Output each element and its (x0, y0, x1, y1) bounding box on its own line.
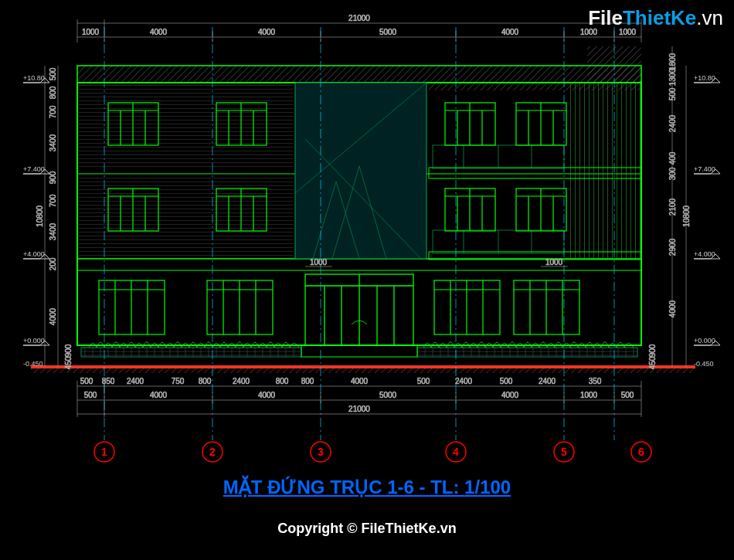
svg-text:4000: 4000 (258, 28, 276, 36)
lvl-0-l: +0.000 (23, 337, 45, 344)
svg-text:4000: 4000 (668, 300, 677, 317)
svg-text:400: 400 (668, 151, 677, 165)
grid-3: 3 (318, 446, 324, 458)
svg-text:2900: 2900 (668, 238, 677, 256)
grid-5: 5 (561, 446, 567, 458)
svg-rect-4 (77, 66, 641, 83)
svg-rect-99 (81, 348, 301, 357)
svg-text:5000: 5000 (379, 28, 397, 36)
grid-4: 4 (453, 446, 459, 458)
lvl-b-l: -0.450 (23, 360, 43, 368)
svg-text:4000: 4000 (150, 391, 168, 399)
svg-text:3400: 3400 (49, 222, 57, 240)
dim-overall-left: 10800 (36, 205, 44, 227)
watermark-logo: FileThietKe.vn (588, 6, 723, 30)
dim-overall-bottom: 21000 (348, 405, 370, 413)
wm-1: File (588, 6, 623, 29)
svg-text:700: 700 (49, 194, 57, 207)
lvl-b-r: -0.450 (694, 360, 714, 368)
svg-text:4000: 4000 (351, 377, 369, 385)
svg-rect-103 (31, 368, 695, 373)
entrance-door (305, 274, 413, 345)
drawing-title: MẶT ĐỨNG TRỤC 1-6 - TL: 1/100 (0, 477, 734, 498)
svg-text:1000: 1000 (545, 258, 563, 266)
svg-text:2400: 2400 (455, 377, 473, 385)
svg-text:900: 900 (648, 344, 657, 357)
dims-bottom: 21000 500 4000 4000 5000 4000 1000 500 5… (77, 377, 641, 417)
svg-text:500: 500 (84, 391, 97, 399)
grid-1: 1 (101, 446, 107, 458)
svg-text:5000: 5000 (379, 391, 397, 399)
svg-text:4000: 4000 (49, 307, 57, 325)
svg-text:500: 500 (49, 67, 57, 80)
lvl-top-r: +10.80 (694, 74, 715, 82)
grid-2: 2 (209, 446, 216, 458)
svg-rect-11 (77, 83, 294, 168)
lvl-0-r: +0.000 (694, 337, 715, 344)
svg-text:800: 800 (301, 377, 314, 385)
windows-gf (99, 280, 579, 334)
lvl-1-l: +4.000 (23, 250, 45, 258)
svg-text:450: 450 (648, 356, 657, 369)
svg-text:450: 450 (64, 356, 73, 369)
lvl-2-r: +7.400 (694, 165, 715, 173)
svg-text:500: 500 (80, 377, 93, 385)
grid-6: 6 (638, 446, 644, 458)
svg-text:4000: 4000 (501, 28, 519, 36)
svg-text:2400: 2400 (127, 377, 144, 385)
svg-text:900: 900 (49, 171, 57, 184)
svg-rect-101 (301, 345, 417, 357)
lvl-1-r: +4.000 (694, 250, 715, 258)
dim-overall-right: 10800 (682, 205, 691, 227)
svg-text:500: 500 (500, 377, 513, 385)
svg-text:800: 800 (199, 377, 212, 385)
svg-text:2400: 2400 (539, 377, 556, 385)
dim-overall-top: 21000 (348, 14, 370, 22)
svg-text:1000: 1000 (82, 28, 100, 36)
dims-top: 21000 1000 4000 4000 5000 4000 1000 1000 (77, 14, 641, 42)
dims-right: 10800 1800 1300 500 2400 400 300 2100 29… (668, 46, 691, 367)
svg-text:850: 850 (102, 377, 115, 385)
svg-text:2400: 2400 (668, 114, 677, 132)
svg-text:800: 800 (276, 377, 289, 385)
svg-text:1000: 1000 (580, 391, 598, 399)
lvl-top-l: +10.80 (23, 74, 45, 82)
svg-text:1800: 1800 (668, 53, 677, 70)
dims-left: 10800 500 800 700 3400 900 700 3400 200 … (36, 66, 58, 367)
grid-bubbles: 1 2 3 4 5 6 (94, 442, 651, 462)
svg-text:2100: 2100 (668, 198, 677, 216)
svg-text:350: 350 (589, 377, 602, 385)
svg-text:750: 750 (172, 377, 185, 385)
svg-rect-20 (568, 83, 641, 259)
wm-2: ThietKe (623, 6, 696, 29)
svg-text:1300: 1300 (668, 68, 677, 86)
svg-rect-100 (417, 348, 637, 357)
svg-text:800: 800 (49, 86, 57, 99)
svg-text:900: 900 (64, 344, 73, 357)
svg-text:300: 300 (668, 167, 677, 180)
svg-text:4000: 4000 (150, 28, 168, 36)
lvl-2-l: +7.400 (23, 165, 45, 173)
svg-text:500: 500 (668, 87, 677, 100)
svg-text:500: 500 (621, 391, 634, 399)
svg-text:4000: 4000 (258, 391, 276, 399)
svg-text:700: 700 (49, 105, 57, 118)
svg-text:1000: 1000 (310, 258, 328, 266)
svg-text:200: 200 (49, 257, 57, 270)
svg-text:3400: 3400 (49, 134, 57, 151)
wm-3: .vn (696, 6, 723, 29)
svg-text:4000: 4000 (501, 391, 519, 399)
copyright-text: Copyright © FileThietKe.vn (0, 521, 734, 537)
svg-rect-12 (77, 174, 294, 259)
svg-text:2400: 2400 (233, 377, 250, 385)
svg-text:500: 500 (417, 377, 430, 385)
svg-rect-22 (429, 83, 641, 90)
building-elevation (31, 46, 695, 373)
